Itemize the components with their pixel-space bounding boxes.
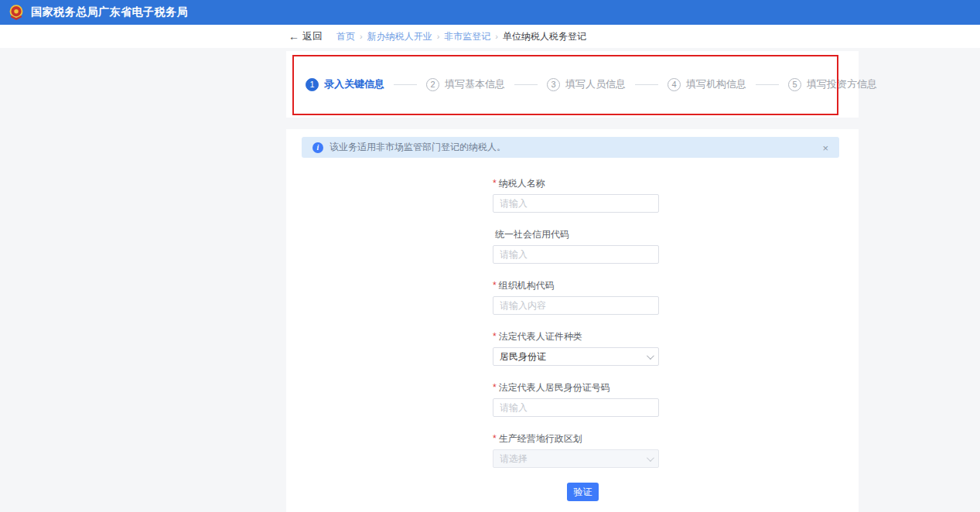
required-mark: * [493, 331, 497, 342]
business-admin-region-select[interactable]: 请选择 [493, 449, 659, 468]
step-2-label: 填写基本信息 [445, 77, 505, 91]
step-4-label: 填写机构信息 [686, 77, 746, 91]
alert-text: 该业务适用非市场监管部门登记的纳税人。 [330, 141, 506, 154]
step-1-circle: 1 [306, 78, 319, 91]
field-label: *法定代表人证件种类 [493, 331, 659, 342]
breadcrumb-item-new-taxpayer[interactable]: 新办纳税人开业 [367, 30, 432, 43]
step-4-institution-info: 4 填写机构信息 [668, 77, 746, 91]
field-organization-code: *组织机构代码 [493, 280, 659, 315]
breadcrumb-separator: › [360, 32, 363, 41]
page: 国家税务总局广东省电子税务局 ← 返回 首页 › 新办纳税人开业 › 非市监登记… [0, 0, 980, 512]
step-connector [635, 84, 658, 85]
app-header: 国家税务总局广东省电子税务局 [0, 0, 980, 25]
form-card: i 该业务适用非市场监管部门登记的纳税人。 × *纳税人名称 统一社会信用代码 … [286, 129, 859, 512]
required-mark: * [493, 433, 497, 444]
step-5-investor-info: 5 填写投资方信息 [788, 77, 877, 91]
field-label: 统一社会信用代码 [493, 229, 659, 240]
back-arrow-icon: ← [289, 30, 299, 43]
breadcrumb: 首页 › 新办纳税人开业 › 非市监登记 › 单位纳税人税务登记 [336, 30, 586, 43]
verify-button[interactable]: 验证 [567, 483, 599, 501]
field-legal-rep-id-type: *法定代表人证件种类 居民身份证 [493, 331, 659, 366]
field-label: *法定代表人居民身份证号码 [493, 382, 659, 393]
app-title: 国家税务总局广东省电子税务局 [31, 5, 188, 19]
step-1-enter-key-info: 1 录入关键信息 [306, 77, 384, 91]
breadcrumb-separator: › [437, 32, 440, 41]
chevron-down-icon [647, 352, 654, 360]
step-4-circle: 4 [668, 78, 681, 91]
step-1-label: 录入关键信息 [324, 77, 384, 91]
field-taxpayer-name: *纳税人名称 [493, 178, 659, 213]
required-mark: * [493, 382, 497, 393]
required-mark: * [493, 280, 497, 291]
unified-social-credit-code-input[interactable] [493, 245, 659, 264]
field-business-admin-region: *生产经营地行政区划 请选择 [493, 433, 659, 468]
required-mark: * [493, 178, 497, 189]
back-label: 返回 [302, 29, 323, 43]
field-legal-rep-id-number: *法定代表人居民身份证号码 [493, 382, 659, 417]
step-2-circle: 2 [426, 78, 439, 91]
tax-emblem-icon [8, 4, 25, 21]
organization-code-input[interactable] [493, 296, 659, 315]
step-3-label: 填写人员信息 [565, 77, 626, 91]
field-unified-social-credit-code: 统一社会信用代码 [493, 229, 659, 264]
step-3-circle: 3 [547, 78, 560, 91]
step-connector [394, 84, 417, 85]
step-connector [756, 84, 779, 85]
field-label: *组织机构代码 [493, 280, 659, 291]
field-label: *生产经营地行政区划 [493, 433, 659, 444]
field-label: *纳税人名称 [493, 178, 659, 189]
taxpayer-name-input[interactable] [493, 194, 659, 213]
breadcrumb-bar: ← 返回 首页 › 新办纳税人开业 › 非市监登记 › 单位纳税人税务登记 [0, 25, 980, 48]
info-alert: i 该业务适用非市场监管部门登记的纳税人。 × [302, 137, 839, 158]
breadcrumb-separator: › [495, 32, 498, 41]
breadcrumb-item-non-market-reg[interactable]: 非市监登记 [444, 30, 490, 43]
select-value: 请选择 [500, 452, 528, 466]
registration-form: *纳税人名称 统一社会信用代码 *组织机构代码 *法定代表人证件种类 [493, 178, 659, 484]
chevron-down-icon [647, 454, 654, 462]
step-5-circle: 5 [788, 78, 801, 91]
back-button[interactable]: ← 返回 [289, 29, 323, 43]
step-2-basic-info: 2 填写基本信息 [426, 77, 505, 91]
legal-rep-id-type-select[interactable]: 居民身份证 [493, 347, 659, 366]
step-3-personnel-info: 3 填写人员信息 [547, 77, 626, 91]
step-connector [514, 84, 538, 85]
stepper: 1 录入关键信息 2 填写基本信息 3 填写人员信息 4 填写机构信息 5 填写… [306, 51, 839, 118]
breadcrumb-current: 单位纳税人税务登记 [503, 30, 586, 43]
step-5-label: 填写投资方信息 [807, 77, 877, 91]
breadcrumb-item-home[interactable]: 首页 [336, 30, 355, 43]
alert-close-icon[interactable]: × [822, 142, 828, 152]
legal-rep-id-number-input[interactable] [493, 398, 659, 417]
info-icon: i [312, 142, 323, 153]
select-value: 居民身份证 [500, 350, 546, 364]
